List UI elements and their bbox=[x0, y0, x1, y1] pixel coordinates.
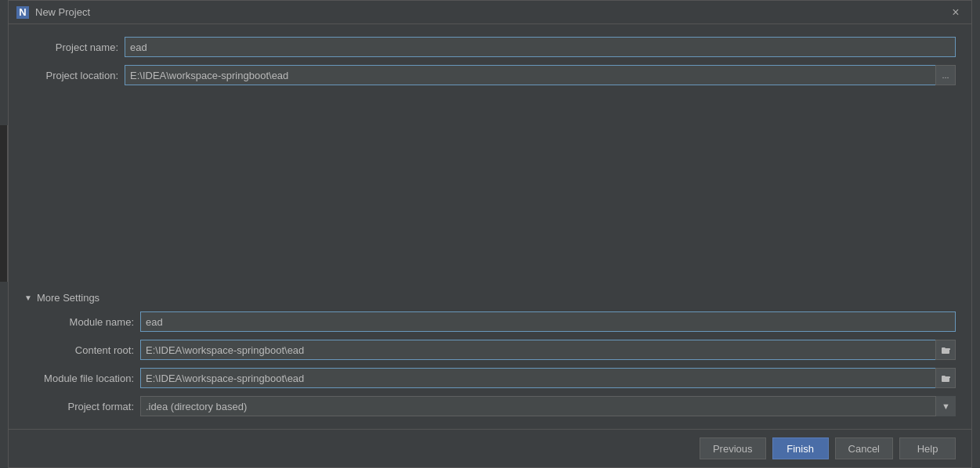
dialog-footer: Previous Finish Cancel Help bbox=[9, 429, 971, 467]
module-file-location-browse-button[interactable] bbox=[935, 368, 956, 388]
project-name-input[interactable] bbox=[125, 37, 956, 57]
project-format-select-wrapper: .idea (directory based) .ipr (file based… bbox=[140, 396, 956, 416]
new-project-dialog: N New Project × Project name: Project lo… bbox=[8, 0, 972, 468]
project-location-input[interactable] bbox=[125, 65, 935, 85]
content-spacer bbox=[24, 93, 956, 278]
content-root-input[interactable] bbox=[140, 340, 935, 360]
project-format-label: Project format: bbox=[40, 401, 134, 412]
folder-icon-2 bbox=[941, 373, 950, 383]
content-root-label: Content root: bbox=[40, 344, 134, 356]
close-button[interactable]: × bbox=[948, 5, 964, 20]
module-file-location-row: Module file location: bbox=[40, 368, 956, 388]
collapse-triangle-icon: ▼ bbox=[24, 293, 32, 302]
module-file-location-input[interactable] bbox=[140, 368, 935, 388]
dialog-overlay: N New Project × Project name: Project lo… bbox=[0, 0, 980, 468]
dialog-icon: N bbox=[16, 6, 29, 19]
project-format-select[interactable]: .idea (directory based) .ipr (file based… bbox=[140, 396, 956, 416]
more-settings-section: ▼ More Settings Module name: Content roo… bbox=[24, 292, 956, 416]
previous-button[interactable]: Previous bbox=[700, 437, 766, 459]
help-button[interactable]: Help bbox=[899, 437, 956, 459]
more-settings-body: Module name: Content root: bbox=[24, 311, 956, 416]
content-root-row: Content root: bbox=[40, 340, 956, 360]
finish-button[interactable]: Finish bbox=[772, 437, 829, 459]
dialog-titlebar: N New Project × bbox=[9, 1, 971, 24]
dialog-content: Project name: Project location: ... ▼ Mo… bbox=[9, 24, 971, 429]
module-name-row: Module name: bbox=[40, 311, 956, 332]
module-file-location-field-group bbox=[140, 368, 956, 388]
content-root-field-group bbox=[140, 340, 956, 360]
project-name-label: Project name: bbox=[24, 41, 118, 53]
module-file-location-label: Module file location: bbox=[40, 373, 134, 384]
ide-left-edge bbox=[0, 125, 8, 282]
project-location-row: Project location: ... bbox=[24, 65, 956, 85]
project-name-row: Project name: bbox=[24, 37, 956, 57]
content-root-browse-button[interactable] bbox=[935, 340, 956, 360]
dialog-title: New Project bbox=[35, 6, 948, 18]
module-name-label: Module name: bbox=[40, 316, 134, 328]
project-location-browse-button[interactable]: ... bbox=[935, 65, 956, 85]
more-settings-header[interactable]: ▼ More Settings bbox=[24, 292, 956, 304]
folder-icon bbox=[941, 345, 950, 355]
project-format-row: Project format: .idea (directory based) … bbox=[40, 396, 956, 416]
project-location-field-group: ... bbox=[125, 65, 956, 85]
more-settings-title: More Settings bbox=[37, 292, 99, 304]
cancel-button[interactable]: Cancel bbox=[835, 437, 893, 459]
module-name-input[interactable] bbox=[140, 311, 956, 332]
project-location-label: Project location: bbox=[24, 70, 118, 81]
